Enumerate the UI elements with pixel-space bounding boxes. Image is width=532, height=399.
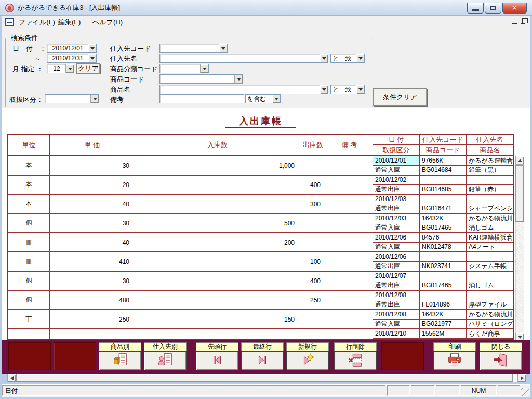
cell-item-name[interactable]: 消しゴム <box>467 281 513 290</box>
cell-handling-type[interactable]: 通常出庫 <box>373 300 420 310</box>
cell-qty-out[interactable]: 300 <box>300 195 326 213</box>
cell-supplier-name[interactable] <box>467 176 513 185</box>
vertical-scroll-thumb[interactable] <box>515 165 524 222</box>
cell-item-code[interactable]: BG014684 <box>420 166 467 175</box>
chevron-down-icon[interactable] <box>90 95 99 103</box>
cell-item-code[interactable]: BG021977 <box>420 320 467 329</box>
cell-supplier-code[interactable] <box>420 272 467 281</box>
menu-edit[interactable]: 編集(E) <box>55 16 84 29</box>
clear-conditions-button[interactable]: 条件クリア <box>373 88 427 106</box>
cell-handling-type[interactable]: 通常出庫 <box>373 185 420 194</box>
cell-qty-in[interactable]: 1,000 <box>135 156 300 175</box>
cell-note[interactable] <box>326 176 373 194</box>
cell-date[interactable]: 2010/12/08 <box>373 291 420 300</box>
cell-item-name[interactable]: 鉛筆（赤） <box>467 185 513 194</box>
cell-price[interactable]: 40 <box>50 195 135 213</box>
close-button[interactable]: ✕ <box>502 3 527 14</box>
cell-handling-type[interactable]: 通常出庫 <box>373 281 420 290</box>
cell-handling-type[interactable]: 通常出庫 <box>373 262 420 271</box>
cell-qty-out[interactable]: 250 <box>300 291 326 309</box>
cell-supplier-code[interactable]: 16432K <box>420 214 467 223</box>
cell-item-name[interactable]: 鉛筆（黒） <box>467 166 513 175</box>
mdi-restore-button[interactable] <box>521 20 525 24</box>
仕入先別-button[interactable] <box>144 351 187 370</box>
cell-date[interactable]: 2010/12/10 <box>373 329 420 339</box>
cell-handling-type[interactable]: 通常入庫 <box>373 320 420 329</box>
最終行-button[interactable] <box>241 351 284 370</box>
cell-date[interactable]: 2010/12/03 <box>373 195 420 204</box>
cell-supplier-name[interactable]: かるがる物流川崎倉庫 <box>467 310 513 320</box>
新規行-button[interactable] <box>286 351 329 370</box>
menu-help[interactable]: ヘルプ(H) <box>89 16 126 29</box>
商品別-button[interactable] <box>99 351 141 370</box>
cell-unit[interactable]: 個 <box>8 272 50 290</box>
cell-item-code[interactable]: NK012478 <box>420 243 467 252</box>
cell-qty-in[interactable] <box>135 195 300 213</box>
cell-note[interactable] <box>326 233 373 251</box>
cell-note[interactable] <box>326 156 373 175</box>
cell-supplier-code[interactable]: 16432K <box>420 310 467 320</box>
cell-supplier-code[interactable] <box>420 176 467 185</box>
chevron-down-icon[interactable] <box>200 64 208 73</box>
cell-qty-in[interactable]: 200 <box>135 233 300 251</box>
cell-unit[interactable] <box>8 329 50 340</box>
cell-handling-type[interactable]: 通常入庫 <box>373 166 420 175</box>
month-clear-button[interactable]: クリア <box>76 63 100 74</box>
month-combo[interactable]: 12 <box>47 64 74 73</box>
cell-price[interactable]: 30 <box>50 156 135 175</box>
cell-supplier-code[interactable]: 15562M <box>420 329 467 339</box>
cell-supplier-name[interactable]: かるがる物流川崎倉庫 <box>467 214 513 223</box>
cell-qty-in[interactable] <box>135 329 300 340</box>
item-name-combo[interactable] <box>159 85 328 94</box>
cell-unit[interactable]: 丁 <box>8 310 50 328</box>
chevron-down-icon[interactable] <box>356 85 364 94</box>
cell-note[interactable] <box>326 310 373 328</box>
chevron-down-icon[interactable] <box>234 75 243 83</box>
cell-date[interactable]: 2010/12/06 <box>373 252 420 262</box>
行削除-button[interactable] <box>334 351 377 370</box>
cell-price[interactable]: 20 <box>50 176 135 194</box>
cell-item-code[interactable]: BG016471 <box>420 204 467 214</box>
category-code-combo[interactable] <box>159 64 209 73</box>
chevron-down-icon[interactable] <box>320 85 328 94</box>
cell-price[interactable]: 40 <box>50 233 135 251</box>
cell-supplier-name[interactable] <box>467 291 513 300</box>
cell-qty-out[interactable]: 400 <box>300 272 326 290</box>
cell-item-name[interactable]: シャープペンシル <box>467 204 513 214</box>
cell-item-code[interactable]: BG017465 <box>420 281 467 290</box>
scroll-up-button[interactable] <box>515 156 524 165</box>
cell-qty-out[interactable]: 100 <box>300 252 326 271</box>
cell-qty-out[interactable] <box>300 329 326 340</box>
cell-supplier-name[interactable]: KAR運輸横浜倉庫 <box>467 233 513 243</box>
cell-qty-out[interactable]: 400 <box>300 176 326 194</box>
cell-note[interactable] <box>326 214 373 232</box>
supplier-name-combo[interactable] <box>159 54 328 63</box>
cell-item-name[interactable]: 消しゴム <box>467 223 513 233</box>
cell-price[interactable]: 410 <box>50 252 135 271</box>
cell-date[interactable]: 2010/12/03 <box>373 214 420 223</box>
cell-price[interactable] <box>50 329 135 340</box>
cell-handling-type[interactable]: 通常入庫 <box>373 223 420 233</box>
cell-price[interactable]: 480 <box>50 291 135 309</box>
cell-note[interactable] <box>326 272 373 290</box>
note-input[interactable] <box>159 94 244 103</box>
cell-handling-type[interactable]: 通常入庫 <box>373 243 420 252</box>
cell-date[interactable]: 2010/12/08 <box>373 310 420 320</box>
cell-supplier-code[interactable] <box>420 291 467 300</box>
chevron-down-icon[interactable] <box>88 54 96 62</box>
cell-note[interactable] <box>326 195 373 213</box>
cell-unit[interactable]: 個 <box>8 291 50 309</box>
cell-item-name[interactable]: A4ノート <box>467 243 513 252</box>
cell-qty-out[interactable] <box>300 233 326 251</box>
cell-item-code[interactable]: BG014685 <box>420 185 467 194</box>
cell-qty-out[interactable] <box>300 214 326 232</box>
cell-handling-type[interactable]: 通常出庫 <box>373 204 420 214</box>
date-to-combo[interactable]: 2010/12/31 <box>47 54 97 63</box>
chevron-down-icon[interactable] <box>356 54 364 62</box>
resize-grip[interactable] <box>521 388 529 396</box>
item-code-combo[interactable] <box>159 74 243 84</box>
cell-item-name[interactable]: ハサミ（ロング） <box>467 320 513 329</box>
note-match-combo[interactable]: を含む <box>245 94 281 103</box>
chevron-down-icon[interactable] <box>320 54 328 62</box>
閉じる-button[interactable] <box>480 351 522 370</box>
